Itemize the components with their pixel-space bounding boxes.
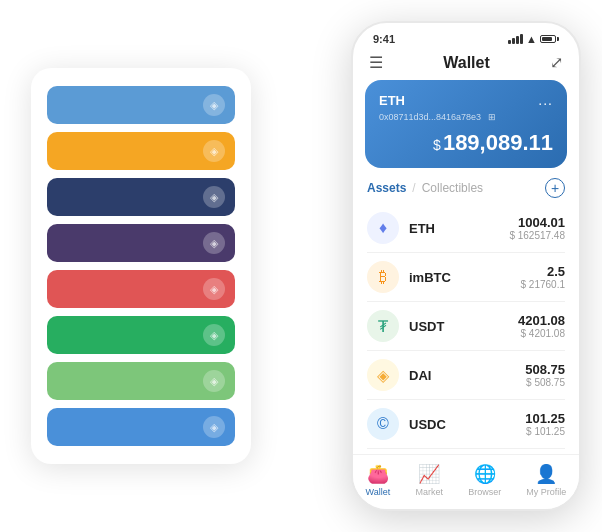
nav-market[interactable]: 📈 Market [415,463,443,497]
swatch-icon-3: ◈ [203,186,225,208]
swatch-purple: ◈ [47,224,235,262]
currency-symbol: $ [433,137,441,153]
imbtc-amount: 2.5 [521,264,566,279]
nav-profile[interactable]: 👤 My Profile [526,463,566,497]
swatch-icon-1: ◈ [203,94,225,116]
bottom-nav: 👛 Wallet 📈 Market 🌐 Browser 👤 My Profile [353,454,579,509]
imbtc-amounts: 2.5 $ 21760.1 [521,264,566,290]
usdc-usd: $ 101.25 [525,426,565,437]
phone-header: ☰ Wallet ⤢ [353,49,579,80]
nav-wallet[interactable]: 👛 Wallet [366,463,391,497]
browser-nav-label: Browser [468,487,501,497]
profile-nav-icon: 👤 [535,463,557,485]
wifi-icon: ▲ [526,33,537,45]
swatch-icon-6: ◈ [203,324,225,346]
usdc-name: USDC [409,417,525,432]
asset-list: ♦ ETH 1004.01 $ 162517.48 ₿ imBTC 2.5 $ … [353,204,579,454]
swatch-lightgreen: ◈ [47,362,235,400]
usdt-amounts: 4201.08 $ 4201.08 [518,313,565,339]
dai-usd: $ 508.75 [525,377,565,388]
eth-address: 0x08711d3d...8416a78e3 ⊞ [379,112,553,122]
eth-amounts: 1004.01 $ 162517.48 [509,215,565,241]
asset-row-eth[interactable]: ♦ ETH 1004.01 $ 162517.48 [367,204,565,253]
imbtc-usd: $ 21760.1 [521,279,566,290]
usdc-amounts: 101.25 $ 101.25 [525,411,565,437]
tab-assets[interactable]: Assets [367,181,406,195]
market-nav-label: Market [415,487,443,497]
page-title: Wallet [443,54,490,72]
status-icons: ▲ [508,33,559,45]
swatch-icon-5: ◈ [203,278,225,300]
phone: 9:41 ▲ ☰ Wallet ⤢ [351,21,581,511]
dai-amount: 508.75 [525,362,565,377]
eth-amount: 1004.01 [509,215,565,230]
add-asset-button[interactable]: + [545,178,565,198]
battery-icon [540,35,559,43]
swatch-red: ◈ [47,270,235,308]
scene: ◈ ◈ ◈ ◈ ◈ ◈ ◈ ◈ 9:41 [11,11,591,521]
usdc-icon: © [367,408,399,440]
wallet-nav-label: Wallet [366,487,391,497]
asset-row-dai[interactable]: ◈ DAI 508.75 $ 508.75 [367,351,565,400]
usdt-usd: $ 4201.08 [518,328,565,339]
wallet-nav-icon: 👛 [367,463,389,485]
market-nav-icon: 📈 [418,463,440,485]
usdc-amount: 101.25 [525,411,565,426]
status-time: 9:41 [373,33,395,45]
eth-usd: $ 162517.48 [509,230,565,241]
swatch-green: ◈ [47,316,235,354]
dai-icon: ◈ [367,359,399,391]
back-card: ◈ ◈ ◈ ◈ ◈ ◈ ◈ ◈ [31,68,251,464]
assets-tabs: Assets / Collectibles + [353,178,579,204]
tab-divider: / [412,181,415,195]
imbtc-icon: ₿ [367,261,399,293]
tab-collectibles[interactable]: Collectibles [422,181,483,195]
eth-label: ETH [379,93,405,108]
swatch-icon-4: ◈ [203,232,225,254]
eth-balance: $189,089.11 [379,130,553,156]
menu-icon[interactable]: ☰ [369,53,383,72]
usdt-name: USDT [409,319,518,334]
nav-browser[interactable]: 🌐 Browser [468,463,501,497]
asset-row-usdt[interactable]: ₮ USDT 4201.08 $ 4201.08 [367,302,565,351]
swatch-blue: ◈ [47,86,235,124]
swatch-icon-7: ◈ [203,370,225,392]
browser-nav-icon: 🌐 [474,463,496,485]
swatch-icon-8: ◈ [203,416,225,438]
profile-nav-label: My Profile [526,487,566,497]
swatch-orange: ◈ [47,132,235,170]
dai-name: DAI [409,368,525,383]
asset-row-imbtc[interactable]: ₿ imBTC 2.5 $ 21760.1 [367,253,565,302]
swatch-darkblue: ◈ [47,178,235,216]
eth-icon: ♦ [367,212,399,244]
swatch-icon-2: ◈ [203,140,225,162]
status-bar: 9:41 ▲ [353,23,579,49]
asset-row-usdc[interactable]: © USDC 101.25 $ 101.25 [367,400,565,449]
imbtc-name: imBTC [409,270,521,285]
usdt-amount: 4201.08 [518,313,565,328]
usdt-icon: ₮ [367,310,399,342]
tabs-left: Assets / Collectibles [367,181,483,195]
swatch-skyblue: ◈ [47,408,235,446]
eth-more-icon[interactable]: ... [538,92,553,108]
eth-name: ETH [409,221,509,236]
expand-icon[interactable]: ⤢ [550,53,563,72]
eth-card[interactable]: ETH ... 0x08711d3d...8416a78e3 ⊞ $189,08… [365,80,567,168]
dai-amounts: 508.75 $ 508.75 [525,362,565,388]
signal-icon [508,34,523,44]
